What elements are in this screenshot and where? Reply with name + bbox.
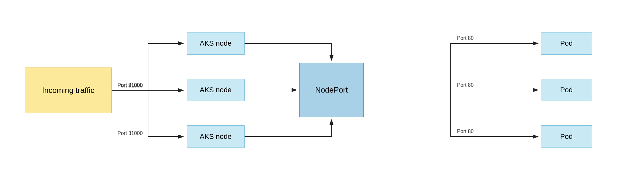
- diagram-container: Port 31000 Port 31000 Port 31000 Port 80…: [0, 0, 644, 180]
- pod-node-1: Pod: [541, 32, 592, 55]
- nodeport-node: NodePort: [299, 63, 364, 117]
- nodeport-label: NodePort: [315, 86, 348, 94]
- edge-label-port31000-mid: Port 31000: [117, 83, 143, 88]
- pod-2-label: Pod: [560, 86, 573, 94]
- pod-1-label: Pod: [560, 39, 573, 48]
- aks-node-3-label: AKS node: [200, 132, 231, 141]
- edge-label-port80-bot: Port 80: [457, 129, 474, 134]
- edge-label-port80-mid: Port 80: [457, 82, 474, 88]
- aks-node-2: AKS node: [187, 79, 245, 101]
- incoming-traffic-label: Incoming traffic: [42, 86, 94, 95]
- pod-3-label: Pod: [560, 132, 573, 141]
- aks-node-2-label: AKS node: [200, 86, 231, 94]
- edge-label-port31000-bot: Port 31000: [117, 130, 143, 136]
- pod-node-3: Pod: [541, 125, 592, 148]
- aks-node-3: AKS node: [187, 125, 245, 148]
- aks-node-1-label: AKS node: [200, 39, 231, 48]
- incoming-traffic-node: Incoming traffic: [25, 68, 112, 113]
- edge-label-port80-top: Port 80: [457, 35, 474, 41]
- aks-node-1: AKS node: [187, 32, 245, 55]
- pod-node-2: Pod: [541, 79, 592, 101]
